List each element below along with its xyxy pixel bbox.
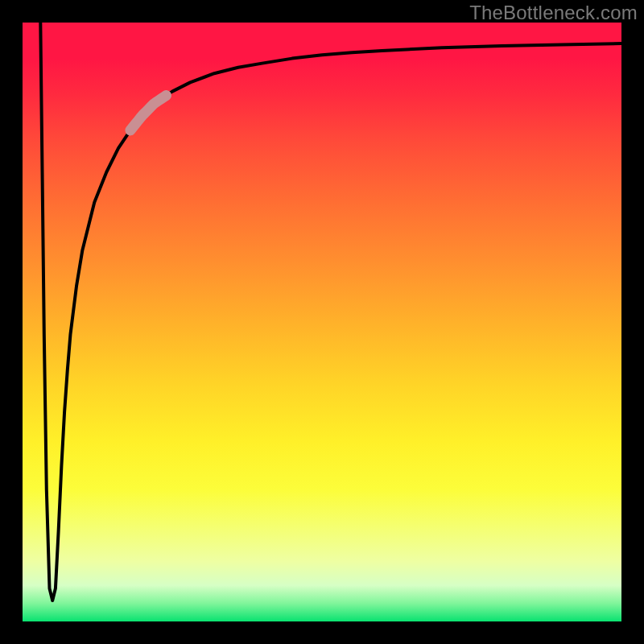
attribution-text: TheBottleneck.com [469, 2, 638, 24]
chart-container: TheBottleneck.com [0, 0, 644, 644]
bottleneck-curve-svg [23, 23, 621, 621]
curve-highlight-segment [130, 96, 167, 130]
bottleneck-curve-path [40, 23, 621, 601]
